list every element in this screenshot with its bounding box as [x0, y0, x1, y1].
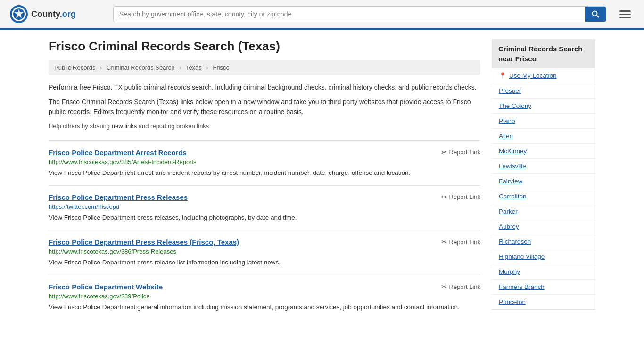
svg-point-4	[593, 11, 597, 16]
record-url-link[interactable]: http://www.friscotexas.gov/386/Press-Rel…	[49, 248, 176, 255]
sidebar-item-plano[interactable]: Plano	[492, 114, 595, 129]
sidebar-item-farmers-branch[interactable]: Farmers Branch	[492, 280, 595, 295]
logo-icon	[9, 5, 28, 24]
sidebar-link-fairview[interactable]: Fairview	[499, 178, 522, 185]
sidebar-item-lewisville[interactable]: Lewisville	[492, 159, 595, 174]
sidebar-item-use-location[interactable]: 📍 Use My Location	[492, 68, 595, 83]
break-icon: ✂	[441, 148, 447, 156]
sidebar-item-fairview[interactable]: Fairview	[492, 174, 595, 189]
record-header: Frisco Police Department Arrest Records …	[49, 148, 480, 156]
breadcrumb-texas[interactable]: Texas	[186, 64, 202, 71]
record-title[interactable]: Frisco Police Department Arrest Records	[49, 148, 187, 156]
record-title[interactable]: Frisco Police Department Press Releases …	[49, 238, 239, 246]
report-link-button[interactable]: ✂ Report Link	[441, 283, 480, 290]
record-item: Frisco Police Department Arrest Records …	[49, 140, 480, 185]
sidebar-link-lewisville[interactable]: Lewisville	[499, 163, 526, 170]
sidebar-link-prosper[interactable]: Prosper	[499, 87, 521, 94]
logo-suffix: .org	[60, 9, 76, 19]
sidebar-item-richardson[interactable]: Richardson	[492, 234, 595, 249]
report-link-button[interactable]: ✂ Report Link	[441, 238, 480, 246]
sidebar-link-aubrey[interactable]: Aubrey	[499, 223, 519, 230]
sidebar-link-mckinney[interactable]: McKinney	[499, 148, 527, 155]
search-icon	[592, 10, 599, 18]
sidebar-link-murphy[interactable]: Murphy	[499, 268, 520, 275]
record-title[interactable]: Frisco Police Department Website	[49, 283, 163, 291]
report-link-label: Report Link	[449, 283, 480, 290]
breadcrumb-sep-1: ›	[100, 64, 102, 71]
sidebar-item-mckinney[interactable]: McKinney	[492, 144, 595, 159]
record-description: View Frisco Police Department general in…	[49, 303, 480, 312]
breadcrumb-frisco[interactable]: Frisco	[213, 64, 229, 71]
record-item: Frisco Police Department Press Releases …	[49, 185, 480, 230]
sidebar-link-allen[interactable]: Allen	[499, 132, 513, 140]
record-url-link[interactable]: http://www.friscotexas.gov/385/Arrest-In…	[49, 158, 197, 165]
report-link-label: Report Link	[449, 193, 480, 200]
use-my-location-link[interactable]: Use My Location	[509, 72, 557, 79]
content-area: Frisco Criminal Records Search (Texas) P…	[49, 39, 480, 320]
hamburger-icon	[619, 10, 631, 18]
sidebar-item-aubrey[interactable]: Aubrey	[492, 219, 595, 234]
report-link-button[interactable]: ✂ Report Link	[441, 148, 480, 156]
record-url: https://twitter.com/friscopd	[49, 203, 480, 210]
report-link-label: Report Link	[449, 148, 480, 156]
report-link-label: Report Link	[449, 239, 480, 246]
sidebar-item-the-colony[interactable]: The Colony	[492, 99, 595, 114]
breadcrumb-criminal-records[interactable]: Criminal Records Search	[107, 64, 175, 71]
breadcrumb-public-records[interactable]: Public Records	[54, 64, 95, 71]
record-item: Frisco Police Department Website ✂ Repor…	[49, 275, 480, 320]
logo-area: County.org	[9, 5, 104, 24]
record-header: Frisco Police Department Press Releases …	[49, 193, 480, 201]
search-bar	[113, 6, 606, 22]
intro-paragraph-2: The Frisco Criminal Records Search (Texa…	[49, 97, 480, 117]
search-button[interactable]	[585, 7, 606, 22]
sharing-text-after: and reporting broken links.	[137, 123, 211, 130]
sidebar-item-allen[interactable]: Allen	[492, 129, 595, 144]
search-input[interactable]	[114, 7, 585, 22]
intro-paragraph-1: Perform a free Frisco, TX public crimina…	[49, 82, 480, 92]
record-url-link[interactable]: https://twitter.com/friscopd	[49, 203, 119, 210]
header: County.org	[0, 0, 644, 30]
menu-button[interactable]	[616, 8, 635, 20]
break-icon: ✂	[441, 238, 447, 246]
record-description: View Frisco Police Department press rele…	[49, 258, 480, 267]
sidebar-link-carrollton[interactable]: Carrollton	[499, 193, 527, 200]
sidebar-link-richardson[interactable]: Richardson	[499, 238, 531, 245]
record-url: http://www.friscotexas.gov/239/Police	[49, 293, 480, 300]
record-url-link[interactable]: http://www.friscotexas.gov/239/Police	[49, 293, 150, 300]
record-title[interactable]: Frisco Police Department Press Releases	[49, 193, 188, 201]
sidebar-item-highland-village[interactable]: Highland Village	[492, 249, 595, 264]
sidebar-item-prosper[interactable]: Prosper	[492, 83, 595, 99]
breadcrumb: Public Records › Criminal Records Search…	[49, 60, 480, 75]
record-item: Frisco Police Department Press Releases …	[49, 230, 480, 275]
breadcrumb-sep-3: ›	[206, 64, 208, 71]
logo-text: County.org	[31, 9, 76, 19]
break-icon: ✂	[441, 283, 447, 290]
sidebar-link-highland-village[interactable]: Highland Village	[499, 253, 545, 260]
break-icon: ✂	[441, 193, 447, 201]
sidebar-item-parker[interactable]: Parker	[492, 204, 595, 219]
sidebar-item-murphy[interactable]: Murphy	[492, 264, 595, 280]
record-description: View Frisco Police Department press rele…	[49, 213, 480, 222]
breadcrumb-sep-2: ›	[179, 64, 181, 71]
sidebar-link-princeton[interactable]: Princeton	[499, 298, 526, 305]
record-url: http://www.friscotexas.gov/386/Press-Rel…	[49, 248, 480, 255]
page-title: Frisco Criminal Records Search (Texas)	[49, 39, 480, 54]
new-links-link[interactable]: new links	[112, 123, 137, 130]
record-description: View Frisco Police Department arrest and…	[49, 168, 480, 178]
record-header: Frisco Police Department Website ✂ Repor…	[49, 283, 480, 291]
record-header: Frisco Police Department Press Releases …	[49, 238, 480, 246]
sidebar-link-plano[interactable]: Plano	[499, 117, 515, 124]
sidebar-link-parker[interactable]: Parker	[499, 208, 518, 215]
report-link-button[interactable]: ✂ Report Link	[441, 193, 480, 201]
main-container: Frisco Criminal Records Search (Texas) P…	[39, 30, 605, 329]
sidebar-list: 📍 Use My Location Prosper The Colony Pla…	[492, 68, 595, 310]
svg-line-5	[597, 16, 599, 18]
sidebar-item-princeton[interactable]: Princeton	[492, 295, 595, 309]
sidebar: Criminal Records Search near Frisco 📍 Us…	[492, 39, 595, 320]
sidebar-link-the-colony[interactable]: The Colony	[499, 102, 531, 109]
sidebar-link-farmers-branch[interactable]: Farmers Branch	[499, 283, 545, 290]
location-pin-icon: 📍	[499, 72, 506, 79]
sidebar-item-carrollton[interactable]: Carrollton	[492, 189, 595, 204]
sidebar-header: Criminal Records Search near Frisco	[492, 39, 595, 68]
sharing-text-before: Help others by sharing	[49, 123, 112, 130]
